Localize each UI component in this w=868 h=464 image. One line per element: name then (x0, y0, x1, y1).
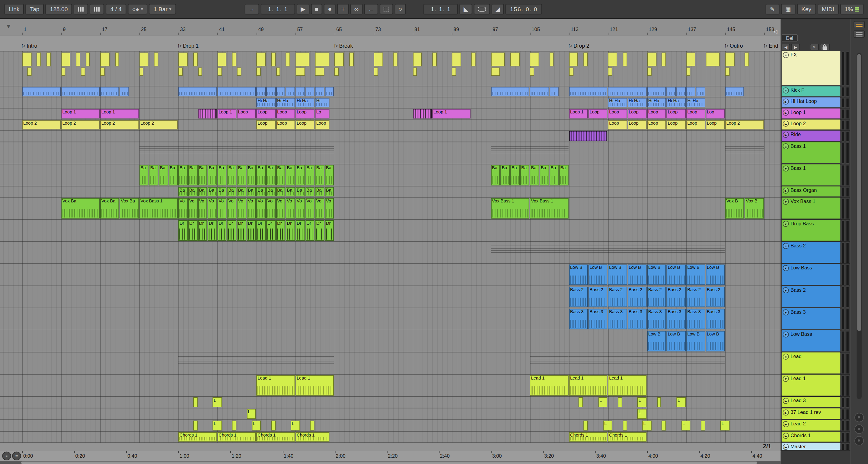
clip-loop[interactable]: Loop (706, 120, 725, 129)
chevron-down-icon[interactable]: ▾ (141, 5, 143, 13)
clip-lead-1[interactable]: Lead 1 (296, 375, 334, 396)
play-icon[interactable]: ▶ (783, 409, 789, 416)
fold-icon[interactable]: ▼ (783, 199, 789, 204)
clip-dr[interactable]: Dr (237, 220, 246, 241)
link-button[interactable]: Link (4, 4, 24, 14)
group-icon[interactable]: ≡ (783, 52, 789, 58)
clip-ba[interactable]: Ba (227, 165, 236, 186)
clip-loop[interactable]: Loop (315, 120, 329, 129)
midi-map-button[interactable]: MIDI (817, 4, 838, 14)
clip-vo[interactable]: Vo (276, 198, 285, 219)
clip[interactable] (276, 68, 280, 76)
track-lane-hi-hat-loop-2[interactable]: Hi HaHi HaHi HaHiHi HaHi HaHi HaHi HaHi … (0, 97, 780, 109)
clip[interactable] (701, 421, 705, 431)
clip-loop-1[interactable]: Loop 1 (100, 109, 139, 118)
clip-low-b[interactable]: Low B (667, 265, 686, 285)
clip[interactable] (315, 87, 324, 96)
clip[interactable] (745, 53, 749, 66)
track-lane-lead-1-17[interactable]: Lead 1Lead 1Lead 1Lead 1Lead 1 (0, 375, 780, 397)
clip-vox-ba[interactable]: Vox Ba (61, 198, 100, 219)
clip-vox-ba[interactable]: Vox Ba (120, 198, 139, 219)
track-title[interactable]: ▶Hi Hat Loop (782, 97, 840, 107)
locator-break[interactable]: ▷Break (335, 42, 353, 48)
clip[interactable] (256, 68, 261, 76)
track-title[interactable]: ≡Kick F (782, 86, 840, 96)
clip-vox-ba[interactable]: Vox Ba (100, 198, 119, 219)
clip-hi-ha[interactable]: Hi Ha (608, 98, 627, 107)
clip-hi-ha[interactable]: Hi Ha (647, 98, 666, 107)
clip-l[interactable]: L (638, 397, 647, 407)
track-header-bass-1-7[interactable]: ▼Bass 1 (780, 164, 850, 187)
clip[interactable] (579, 397, 583, 407)
clip-loop[interactable]: Loop (627, 109, 647, 118)
track-header-bass-3-14[interactable]: ▼Bass 3 (780, 308, 850, 330)
clip-bass-3[interactable]: Bass 3 (667, 309, 686, 329)
clip-ba[interactable]: Ba (305, 187, 314, 196)
clip-loop-2[interactable]: Loop 2 (140, 120, 178, 129)
clip-ba[interactable]: Ba (178, 165, 187, 186)
clip-ba[interactable]: Ba (501, 165, 510, 186)
track-title[interactable]: ▼Low Bass (782, 330, 840, 352)
clip-vo[interactable]: Vo (208, 198, 217, 219)
clip-loop[interactable]: Loop (296, 120, 314, 129)
clip[interactable] (530, 87, 549, 96)
clip-vo[interactable]: Vo (286, 198, 295, 219)
clip[interactable] (140, 68, 144, 76)
clip-loop-2[interactable]: Loop 2 (100, 120, 139, 129)
track-title[interactable]: ▼Drop Bass (782, 220, 840, 241)
clip-loop[interactable]: Loop (589, 109, 608, 118)
overdub-button[interactable]: + (337, 4, 349, 14)
clip-dr[interactable]: Dr (188, 220, 197, 241)
clip-bass-2[interactable]: Bass 2 (647, 287, 666, 307)
clip-low-b[interactable]: Low B (706, 265, 725, 285)
clip-l[interactable]: L (213, 421, 221, 431)
automation-arm-button[interactable]: ∞ (350, 4, 363, 14)
track-title[interactable]: ▶Ride (782, 131, 840, 141)
clip[interactable] (706, 53, 720, 66)
clip[interactable] (315, 68, 324, 76)
clip[interactable] (271, 53, 275, 66)
clip[interactable] (61, 53, 70, 66)
clip-loop-1[interactable]: Loop 1 (432, 109, 471, 118)
clip-hi-ha[interactable]: Hi Ha (667, 98, 686, 107)
clip-loop-1[interactable]: Loop 1 (61, 109, 100, 118)
clip[interactable] (37, 53, 41, 66)
clip[interactable] (647, 53, 656, 66)
play-icon[interactable]: ▶ (783, 433, 789, 439)
prev-locator-button[interactable]: ◀ (782, 44, 790, 51)
track-header-lead-16[interactable]: ≡Lead (780, 352, 850, 374)
clip[interactable] (413, 68, 417, 76)
master-track-lane[interactable]: 2/1 (0, 442, 780, 451)
clip[interactable] (100, 87, 119, 96)
clip[interactable] (217, 87, 256, 96)
clip-dr[interactable]: Dr (217, 220, 226, 241)
clip-ba[interactable]: Ba (217, 165, 226, 186)
clip-l[interactable]: L (638, 409, 647, 419)
key-map-button[interactable]: Key (797, 4, 816, 14)
track-title[interactable]: ≡FX (782, 51, 840, 86)
clip-hi[interactable]: Hi (315, 98, 329, 107)
play-button[interactable]: ▶ (297, 4, 309, 14)
clip[interactable] (393, 53, 398, 66)
track-lane-fx-0[interactable] (0, 51, 780, 86)
clip-low-b[interactable]: Low B (686, 331, 705, 352)
clip[interactable] (584, 53, 588, 66)
clip[interactable] (237, 68, 241, 76)
clip[interactable] (696, 87, 705, 96)
horizontal-scrollbar[interactable] (0, 461, 780, 464)
clip-vo[interactable]: Vo (305, 198, 314, 219)
punch-out-button[interactable]: ◢ (492, 4, 504, 14)
clip[interactable] (61, 87, 100, 96)
clip-low-b[interactable]: Low B (706, 331, 725, 352)
clip-vo[interactable]: Vo (315, 198, 324, 219)
clip-loop[interactable]: Loop (686, 109, 705, 118)
clip-ba[interactable]: Ba (510, 165, 519, 186)
clip[interactable] (115, 53, 119, 66)
time-signature-display[interactable]: 4 / 4 (106, 4, 126, 14)
clip-vo[interactable]: Vo (296, 198, 305, 219)
fold-icon[interactable]: ▼ (783, 265, 789, 271)
clip-loop[interactable]: Loop (667, 120, 686, 129)
clip-ba[interactable]: Ba (149, 165, 158, 186)
track-title[interactable]: ▶37 Lead 1 rev (782, 408, 840, 419)
metronome-button[interactable]: ○● ▾ (128, 4, 147, 14)
